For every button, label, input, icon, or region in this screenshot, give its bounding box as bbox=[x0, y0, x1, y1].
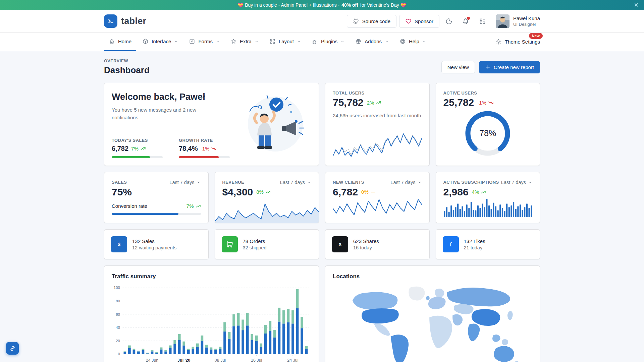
total-users-sparkline bbox=[333, 132, 422, 158]
chevron-down-icon bbox=[255, 40, 259, 44]
brand-facebook-icon: f bbox=[443, 236, 459, 252]
top-header: tabler Source code Sponsor bbox=[0, 10, 644, 33]
notifications-button[interactable] bbox=[459, 14, 473, 28]
subscriptions-period-dropdown[interactable]: Last 7 days bbox=[501, 180, 532, 185]
trending-up-icon bbox=[140, 146, 146, 152]
plus-icon bbox=[485, 64, 491, 70]
brand-name: tabler bbox=[121, 16, 146, 26]
chevron-down-icon bbox=[174, 40, 178, 44]
nav-item-plugins[interactable]: Plugins bbox=[307, 33, 349, 51]
svg-text:08 Jul: 08 Jul bbox=[215, 358, 226, 362]
new-view-button[interactable]: New view bbox=[441, 61, 475, 73]
revenue-card: REVENUE Last 7 days $4,300 8% bbox=[215, 172, 319, 223]
svg-text:16 Jul: 16 Jul bbox=[251, 358, 262, 362]
svg-text:24 Jun: 24 Jun bbox=[146, 358, 159, 362]
puzzle-icon bbox=[312, 38, 318, 45]
github-icon bbox=[353, 18, 359, 24]
nav-item-forms[interactable]: Forms bbox=[184, 33, 224, 51]
grid-add-icon bbox=[479, 18, 486, 25]
nav-item-help[interactable]: Help bbox=[395, 33, 431, 51]
apps-menu-button[interactable] bbox=[476, 14, 490, 28]
growth-rate-progress bbox=[179, 156, 230, 158]
stat-title: 78 Orders bbox=[243, 238, 267, 244]
link-icon bbox=[9, 345, 16, 352]
chevron-down-icon bbox=[418, 180, 422, 184]
locations-title: Locations bbox=[333, 273, 532, 280]
create-new-report-button[interactable]: Create new report bbox=[479, 61, 540, 73]
page-title: Dashboard bbox=[104, 65, 150, 75]
trending-down-icon bbox=[488, 100, 494, 106]
nav-item-label: Plugins bbox=[321, 39, 337, 44]
user-role: UI Designer bbox=[513, 22, 540, 27]
tabler-logo[interactable]: tabler bbox=[104, 14, 146, 28]
stat-card-623-shares: X623 Shares16 today bbox=[325, 229, 430, 259]
svg-text:40: 40 bbox=[116, 325, 120, 329]
traffic-summary-title: Traffic summary bbox=[112, 273, 311, 280]
stat-subtitle: 32 shipped bbox=[243, 245, 267, 250]
new-clients-card: NEW CLIENTS Last 7 days 6,782 0% bbox=[325, 172, 430, 223]
promo-banner: 💝 Buy in a couple - Admin Panel + Illust… bbox=[0, 0, 644, 10]
star-icon bbox=[230, 38, 237, 45]
source-code-button[interactable]: Source code bbox=[347, 15, 396, 28]
demo-link-button[interactable] bbox=[6, 342, 19, 355]
heart-icon bbox=[405, 18, 412, 24]
nav-item-interface[interactable]: Interface bbox=[138, 33, 183, 51]
avatar bbox=[496, 14, 509, 28]
svg-text:100: 100 bbox=[114, 286, 120, 290]
svg-text:X: X bbox=[338, 242, 342, 247]
svg-text:f: f bbox=[450, 242, 452, 247]
world-map[interactable] bbox=[333, 280, 532, 362]
welcome-illustration bbox=[236, 90, 311, 158]
subscriptions-value: 2,986 bbox=[443, 186, 469, 198]
theme-settings-button[interactable]: New Theme Settings bbox=[495, 39, 540, 45]
user-name: Paweł Kuna bbox=[513, 15, 540, 21]
page-content: OVERVIEW Dashboard New view Create new r… bbox=[96, 59, 548, 362]
nav-item-extra[interactable]: Extra bbox=[226, 33, 263, 51]
nav-item-addons[interactable]: Addons bbox=[351, 33, 393, 51]
svg-text:24 Jul: 24 Jul bbox=[287, 358, 298, 362]
sales-period-dropdown[interactable]: Last 7 days bbox=[169, 180, 201, 185]
dark-mode-toggle[interactable] bbox=[442, 14, 456, 28]
nav-item-label: Extra bbox=[240, 39, 252, 44]
theme-settings-label: Theme Settings bbox=[505, 39, 540, 45]
checkbox-icon bbox=[189, 38, 195, 45]
nav-item-label: Addons bbox=[365, 39, 382, 44]
svg-text:0: 0 bbox=[118, 352, 120, 356]
svg-text:20: 20 bbox=[116, 339, 120, 343]
banner-close-icon[interactable]: ✕ bbox=[634, 2, 639, 8]
svg-text:Jul '20: Jul '20 bbox=[177, 358, 190, 362]
active-users-value: 25,782 bbox=[443, 97, 474, 109]
chevron-down-icon bbox=[216, 40, 220, 44]
moon-icon bbox=[445, 18, 452, 25]
nav-item-label: Help bbox=[409, 39, 419, 44]
nav-item-home[interactable]: Home bbox=[104, 33, 136, 51]
todays-sales-progress bbox=[112, 156, 163, 158]
sales-value: 75% bbox=[112, 186, 132, 198]
main-nav: HomeInterfaceFormsExtraLayoutPluginsAddo… bbox=[0, 33, 644, 51]
svg-text:60: 60 bbox=[116, 312, 120, 316]
promo-banner-text: 💝 Buy in a couple - Admin Panel + Illust… bbox=[238, 2, 406, 8]
chevron-down-icon bbox=[422, 40, 426, 44]
new-badge: New bbox=[529, 33, 543, 39]
stat-title: 132 Likes bbox=[464, 238, 485, 244]
lifebuoy-icon bbox=[399, 38, 406, 45]
welcome-card: Welcome back, Paweł You have 5 new messa… bbox=[104, 83, 319, 166]
nav-item-layout[interactable]: Layout bbox=[265, 33, 306, 51]
user-menu[interactable]: Paweł Kuna UI Designer bbox=[496, 14, 540, 28]
conversion-progress bbox=[112, 213, 201, 215]
traffic-bar-chart: 10080604020024 JunJul '2008 Jul16 Jul24 … bbox=[112, 285, 311, 362]
chevron-down-icon bbox=[197, 180, 201, 184]
svg-text:$: $ bbox=[118, 241, 121, 247]
stat-card-132-sales: $132 Sales12 waiting payments bbox=[104, 229, 209, 259]
revenue-value: $4,300 bbox=[222, 186, 253, 198]
sponsor-button[interactable]: Sponsor bbox=[399, 15, 439, 28]
currency-dollar-icon: $ bbox=[111, 236, 127, 252]
subscriptions-bar-chart bbox=[443, 198, 533, 217]
locations-card: Locations bbox=[325, 265, 540, 362]
new-clients-period-dropdown[interactable]: Last 7 days bbox=[390, 180, 422, 185]
stat-title: 623 Shares bbox=[353, 238, 379, 244]
todays-sales-value: 6,782 bbox=[112, 145, 128, 153]
brand-x-icon: X bbox=[332, 236, 348, 252]
revenue-period-dropdown[interactable]: Last 7 days bbox=[280, 180, 311, 185]
traffic-summary-card: Traffic summary 10080604020024 JunJul '2… bbox=[104, 265, 319, 362]
